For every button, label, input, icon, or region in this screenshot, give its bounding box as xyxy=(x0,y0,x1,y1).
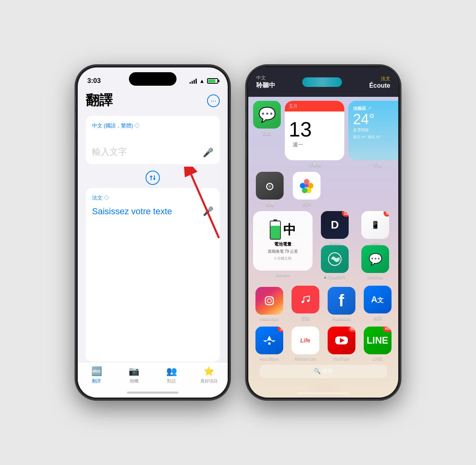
instagram-label: Instagram xyxy=(259,316,279,321)
home-indicator xyxy=(127,392,178,394)
chatgpt-label: ● ChatGPT xyxy=(324,275,345,279)
activity-center xyxy=(275,77,369,87)
svg-point-9 xyxy=(300,183,305,188)
meta-app[interactable]: 📱 5 Meta xyxy=(357,211,393,245)
status-time: 3:03 xyxy=(87,77,101,85)
mute-button[interactable] xyxy=(75,95,76,107)
translate-label: 翻譯 xyxy=(373,315,382,321)
facebook-app[interactable]: f Facebook xyxy=(325,287,357,321)
battery-fill xyxy=(271,226,280,239)
home-indicator-right xyxy=(298,392,349,394)
volume-up-button[interactable] xyxy=(75,113,76,133)
youtube-app[interactable]: 80 YouTube xyxy=(325,327,357,361)
meta-badge: 5 xyxy=(384,211,389,217)
tab-camera[interactable]: 📷 相機 xyxy=(120,366,148,384)
source-input-box[interactable]: 中文 (國語，繁體) ◇ 輸入文字 🎤 xyxy=(86,116,220,164)
tab-conversation[interactable]: 👥 對話 xyxy=(157,366,185,384)
camera-app[interactable]: 相機 xyxy=(253,172,286,207)
appstore-icon: 1 xyxy=(255,327,283,354)
cal-day: 13 xyxy=(289,119,340,140)
target-output-box[interactable]: 法文 ◇ Saisissez votre texte 🎤 xyxy=(86,188,220,362)
activity-left: 中文 聆聽中 xyxy=(256,75,275,90)
bar2 xyxy=(192,81,193,84)
weather-location: 信義區 ↗ xyxy=(353,106,398,111)
wechat-app[interactable]: 💬 WeChat xyxy=(357,245,393,279)
audio-wave xyxy=(302,77,342,87)
wechat-label: WeChat xyxy=(367,275,383,279)
messages-app[interactable]: 💬 訊息 xyxy=(253,101,281,136)
volume-down-button[interactable] xyxy=(75,138,76,158)
photos-icon xyxy=(293,172,321,200)
svg-point-3 xyxy=(268,185,271,188)
dcard-app[interactable]: D 12 Dcard xyxy=(317,211,353,245)
activity-lang-left: 中文 xyxy=(256,75,275,81)
richartlife-label: Richart Life xyxy=(294,356,317,361)
translate-header: 翻譯 ··· xyxy=(86,91,220,110)
svg-point-17 xyxy=(268,342,271,345)
more-button[interactable]: ··· xyxy=(207,94,220,107)
svg-point-13 xyxy=(267,299,271,303)
conversation-tab-label: 對話 xyxy=(167,378,176,384)
gogoro-label: Gogoro xyxy=(276,272,290,277)
activity-bar[interactable]: 中文 聆聽中 法文 Écoute xyxy=(248,67,398,97)
app-row-2: 相機 xyxy=(253,172,393,207)
right-vol-down[interactable] xyxy=(246,138,246,158)
gogoro-widget-wrap[interactable]: 中 電池電量 當期換電 79 公里 3 分鐘之前 Gogoro xyxy=(253,211,313,277)
line-app[interactable]: LINE 830 LINE xyxy=(361,327,393,361)
photos-app[interactable]: 照片 xyxy=(290,172,324,207)
swap-button[interactable] xyxy=(86,167,220,188)
gogoro-range: 當期換電 79 公里 xyxy=(268,249,298,254)
signal-bars-icon xyxy=(190,78,197,84)
wallpaper-area xyxy=(253,382,393,398)
gogoro-widget: 中 電池電量 當期換電 79 公里 3 分鐘之前 xyxy=(253,211,313,271)
instagram-icon xyxy=(255,287,283,315)
weather-condition: 多雲時陰 xyxy=(353,127,398,133)
cal-header: 五月 xyxy=(285,101,344,111)
weather-temp: 24° xyxy=(353,111,398,127)
music-app[interactable]: 音樂 xyxy=(289,286,321,321)
gogoro-battery-label: 電池電量 xyxy=(274,241,292,247)
app-row-5: Instagram 音樂 xyxy=(253,286,393,321)
battery-fill xyxy=(208,79,215,83)
camera-tab-icon: 📷 xyxy=(129,366,139,377)
appstore-app[interactable]: 1 App Store xyxy=(253,327,285,361)
svg-point-10 xyxy=(305,184,309,188)
right-phone: 中文 聆聽中 法文 Écoute 💬 訊息 xyxy=(246,65,401,400)
camera-tab-label: 相機 xyxy=(130,378,138,384)
calendar-label: 行事曆 xyxy=(308,162,321,168)
translate-icon: A文 xyxy=(364,286,392,313)
side-button[interactable] xyxy=(230,129,230,160)
status-icons: ▲ xyxy=(190,78,218,84)
left-phone: 3:03 ▲ 翻 xyxy=(75,65,230,400)
target-lang-selector[interactable]: 法文 ◇ xyxy=(92,194,213,202)
search-bar[interactable]: 🔍 搜尋 xyxy=(259,365,387,378)
facebook-icon: f xyxy=(328,287,355,315)
tab-favorites[interactable]: ⭐ 喜好項目 xyxy=(195,366,223,384)
calendar-widget-wrap[interactable]: 五月 13 週一 行事曆 xyxy=(285,101,344,168)
app-row-1: 💬 訊息 五月 13 週一 xyxy=(253,99,393,168)
battery-icon xyxy=(207,78,218,84)
chatgpt-icon xyxy=(321,245,349,273)
right-mute-button[interactable] xyxy=(246,95,246,107)
chatgpt-app[interactable]: ● ChatGPT xyxy=(317,245,353,279)
favorites-tab-label: 喜好項目 xyxy=(200,378,218,384)
richartlife-icon: Life xyxy=(292,327,319,354)
right-side-button[interactable] xyxy=(400,129,401,160)
right-vol-up[interactable] xyxy=(246,113,246,133)
richartlife-app[interactable]: Life Richart Life xyxy=(289,327,321,361)
svg-point-16 xyxy=(307,300,309,302)
instagram-app[interactable]: Instagram xyxy=(253,287,285,321)
mic-button[interactable]: 🎤 xyxy=(203,148,213,158)
source-lang-selector[interactable]: 中文 (國語，繁體) ◇ xyxy=(92,122,213,129)
target-mic-button[interactable]: 🎤 xyxy=(203,206,213,217)
translate-screen: 3:03 ▲ 翻 xyxy=(78,67,228,398)
gogoro-charge-level: 中 xyxy=(283,221,296,239)
music-icon xyxy=(292,286,319,313)
dcard-badge: 12 xyxy=(342,211,349,217)
line-badge: 830 xyxy=(383,327,391,332)
tab-translate[interactable]: 🔤 翻譯 xyxy=(83,366,110,384)
translate-app[interactable]: A文 翻譯 xyxy=(361,286,393,321)
svg-point-6 xyxy=(308,183,313,188)
translate-content: 翻譯 ··· 中文 (國語，繁體) ◇ 輸入文字 🎤 xyxy=(78,88,228,362)
weather-widget-wrap[interactable]: 信義區 ↗ 24° 多雲時陰 最高 24° 最低 18° 天氣 xyxy=(348,101,398,168)
